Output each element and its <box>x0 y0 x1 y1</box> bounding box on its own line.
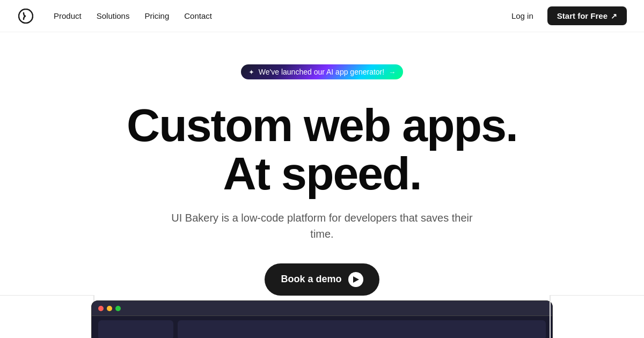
preview-sidebar <box>98 320 173 338</box>
deco-left <box>0 295 94 338</box>
badge-text: We've launched our AI app generator! <box>259 68 384 76</box>
maximize-dot <box>115 306 121 311</box>
cta-label: Book a demo <box>281 274 341 285</box>
nav-item-product[interactable]: Product <box>54 11 82 21</box>
nav-item-contact[interactable]: Contact <box>184 11 212 21</box>
app-preview <box>91 300 553 338</box>
preview-content <box>92 316 552 338</box>
main-headline: Custom web apps. At speed. <box>127 101 517 198</box>
play-triangle <box>353 276 359 283</box>
book-demo-button[interactable]: Book a demo <box>265 263 379 296</box>
preview-bar <box>92 301 552 316</box>
navbar: Product Solutions Pricing Contact Log in… <box>0 0 644 32</box>
badge-star-icon: ✦ <box>248 68 254 76</box>
nav-left: Product Solutions Pricing Contact <box>17 8 212 25</box>
deco-right <box>550 295 644 338</box>
login-button[interactable]: Log in <box>504 7 541 25</box>
start-free-button[interactable]: Start for Free ↗ <box>547 6 627 25</box>
close-dot <box>98 306 104 311</box>
preview-main <box>178 320 546 338</box>
arrow-icon: ↗ <box>611 12 617 20</box>
hero-section: ✦ We've launched our AI app generator! →… <box>0 32 644 296</box>
minimize-dot <box>107 306 112 311</box>
nav-item-solutions[interactable]: Solutions <box>97 11 130 21</box>
nav-item-pricing[interactable]: Pricing <box>144 11 169 21</box>
badge-arrow-icon: → <box>389 68 396 76</box>
logo[interactable] <box>17 8 34 25</box>
subheadline: UI Bakery is a low-code platform for dev… <box>161 210 483 242</box>
announcement-badge[interactable]: ✦ We've launched our AI app generator! → <box>241 64 403 79</box>
nav-links: Product Solutions Pricing Contact <box>54 11 212 21</box>
play-icon <box>348 272 363 287</box>
nav-right: Log in Start for Free ↗ <box>504 6 627 25</box>
bottom-preview-area <box>0 295 644 338</box>
